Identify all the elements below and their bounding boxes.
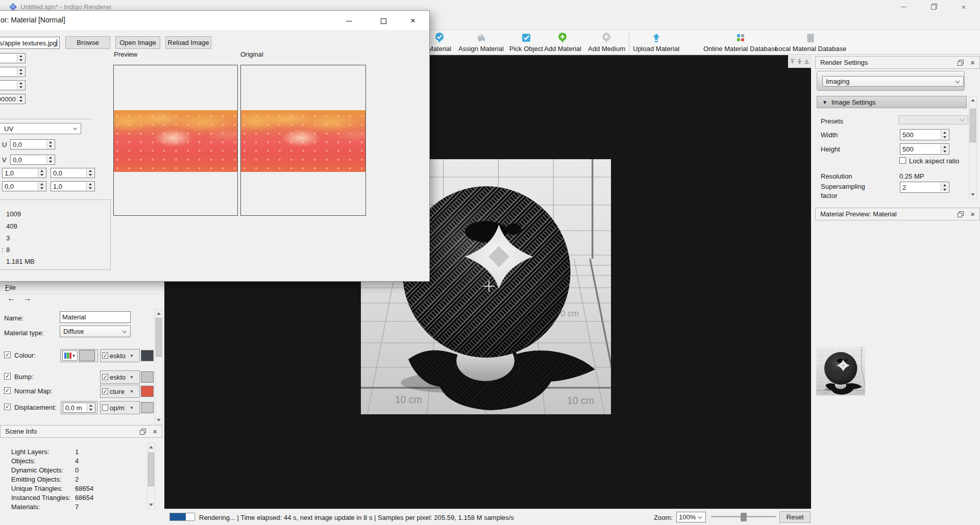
toolbar-material-button[interactable]: Material xyxy=(428,32,451,53)
bump-texture-checkbox[interactable]: ✓ xyxy=(102,374,108,380)
texture-gamma-input[interactable]: 00000 xyxy=(0,94,26,104)
matrix-00-input[interactable]: 1,0 xyxy=(2,168,46,178)
matrix-spinner[interactable] xyxy=(38,182,45,190)
zoom-select[interactable]: 100% xyxy=(676,512,706,522)
toolbar-upload-material-button[interactable]: Upload Material xyxy=(633,32,679,53)
scroll-up-icon[interactable] xyxy=(155,310,162,317)
param-spinner[interactable] xyxy=(17,95,24,103)
matrix-11-input[interactable]: 1,0 xyxy=(51,181,95,191)
u-spinner[interactable] xyxy=(46,140,54,148)
browse-button[interactable]: Browse xyxy=(65,36,110,49)
scroll-up-icon[interactable] xyxy=(148,443,155,451)
material-type-select[interactable]: Diffuse xyxy=(60,326,131,337)
dialog-close-button[interactable]: × xyxy=(403,14,423,28)
toolbar-add-material-button[interactable]: Add Material xyxy=(544,32,581,53)
scrollbar-thumb[interactable] xyxy=(156,318,162,357)
minimize-button[interactable] xyxy=(892,0,915,14)
matrix-10-input[interactable]: 0,0 xyxy=(2,181,46,191)
mapping-type-select[interactable]: UV xyxy=(0,123,81,134)
normal-map-texture-group[interactable]: ✓ cture ▼ xyxy=(100,385,140,398)
colour-picker-group[interactable]: ▼ xyxy=(60,349,98,362)
settings-category-select[interactable]: Imaging xyxy=(822,76,964,87)
colour-checkbox[interactable]: ✓ xyxy=(4,352,11,358)
matrix-spinner[interactable] xyxy=(86,182,94,190)
param-spinner[interactable] xyxy=(17,68,24,76)
colour-texture-swatch[interactable] xyxy=(141,350,154,361)
width-input[interactable]: 500 xyxy=(900,129,949,140)
displacement-value-input[interactable]: 0,0 m xyxy=(63,403,95,413)
displacement-spinner[interactable] xyxy=(87,404,94,412)
presets-select[interactable] xyxy=(898,115,968,124)
scrollbar-thumb[interactable] xyxy=(970,109,976,142)
param-spinner[interactable] xyxy=(17,54,24,62)
float-panel-icon[interactable] xyxy=(958,211,963,217)
scroll-down-icon[interactable] xyxy=(155,416,162,424)
editor-scrollbar[interactable] xyxy=(155,309,163,424)
matrix-spinner[interactable] xyxy=(38,169,45,177)
matrix-01-input[interactable]: 0,0 xyxy=(51,168,95,178)
height-input[interactable]: 500 xyxy=(900,143,949,155)
scrollbar-thumb[interactable] xyxy=(148,453,154,486)
toolbar-assign-material-button[interactable]: Assign Material xyxy=(458,32,504,53)
scroll-down-icon[interactable] xyxy=(148,501,155,509)
bump-checkbox[interactable]: ✓ xyxy=(4,373,11,380)
bump-texture-swatch[interactable] xyxy=(141,371,154,383)
image-settings-header[interactable]: ▼ Image Settings xyxy=(817,96,967,108)
float-panel-icon[interactable] xyxy=(140,429,145,434)
dock-up-icon[interactable] xyxy=(790,59,795,64)
open-image-button[interactable]: Open Image xyxy=(115,36,160,49)
toolbar-pick-object-button[interactable]: Pick Object xyxy=(509,32,543,53)
supersampling-spinner[interactable] xyxy=(941,183,948,192)
menu-file[interactable]: File xyxy=(5,284,16,291)
param-spinner[interactable] xyxy=(17,81,24,89)
dialog-maximize-button[interactable] xyxy=(373,14,394,28)
zoom-reset-button[interactable]: Reset xyxy=(779,511,811,523)
normal-map-texture-checkbox[interactable]: ✓ xyxy=(102,388,108,394)
material-name-input[interactable]: Material xyxy=(60,311,131,323)
lock-aspect-ratio-checkbox[interactable] xyxy=(899,157,906,164)
texture-param-c-input[interactable] xyxy=(0,80,26,90)
close-panel-icon[interactable]: × xyxy=(153,427,157,436)
material-icon xyxy=(434,32,445,43)
displacement-checkbox[interactable]: ✓ xyxy=(4,404,11,410)
close-panel-icon[interactable]: × xyxy=(970,210,975,218)
scene-info-scrollbar[interactable] xyxy=(147,443,155,509)
texture-param-b-input[interactable] xyxy=(0,67,26,77)
scroll-up-icon[interactable] xyxy=(969,96,976,104)
displacement-texture-swatch[interactable] xyxy=(141,402,154,413)
height-spinner[interactable] xyxy=(941,144,948,154)
toolbar-online-material-database-button[interactable]: Online Material Database xyxy=(703,32,778,53)
width-spinner[interactable] xyxy=(941,130,948,139)
history-forward-button[interactable]: → xyxy=(23,294,32,303)
history-back-button[interactable]: ← xyxy=(7,294,15,303)
normal-map-checkbox[interactable]: ✓ xyxy=(4,387,11,394)
close-button[interactable]: × xyxy=(952,0,975,14)
close-panel-icon[interactable]: × xyxy=(970,58,975,67)
displacement-texture-checkbox[interactable] xyxy=(102,405,108,411)
colour-texture-group[interactable]: ✓ eskto ▼ xyxy=(100,349,140,362)
supersampling-input[interactable]: 2 xyxy=(900,182,949,193)
reload-image-button[interactable]: Reload Image xyxy=(165,36,211,49)
texture-param-a-input[interactable] xyxy=(0,53,26,63)
bump-texture-group[interactable]: ✓ eskto ▼ xyxy=(100,370,140,384)
scroll-down-icon[interactable] xyxy=(969,191,976,198)
dialog-minimize-button[interactable] xyxy=(339,14,359,28)
zoom-slider-handle[interactable] xyxy=(741,513,747,521)
dock-down-icon[interactable] xyxy=(804,59,810,64)
colour-texture-checkbox[interactable]: ✓ xyxy=(102,353,108,359)
v-offset-input[interactable]: 0,0 xyxy=(10,155,55,165)
displacement-texture-group[interactable]: op/m ▼ xyxy=(100,401,140,414)
restore-button[interactable] xyxy=(921,0,945,14)
colour-swatch[interactable] xyxy=(79,350,95,361)
toolbar-local-material-database-button[interactable]: Local Material Database xyxy=(775,32,846,53)
matrix-spinner[interactable] xyxy=(86,169,94,177)
toolbar-add-medium-button[interactable]: Add Medium xyxy=(588,32,625,53)
render-settings-scrollbar[interactable] xyxy=(969,96,977,199)
float-panel-icon[interactable] xyxy=(958,60,963,65)
spectrum-icon[interactable]: ▼ xyxy=(62,351,78,361)
texture-path-input[interactable]: s/apple textures.jpg xyxy=(0,37,60,49)
normal-map-texture-swatch[interactable] xyxy=(141,386,154,397)
v-spinner[interactable] xyxy=(46,156,54,164)
dock-move-icon[interactable] xyxy=(797,59,802,64)
u-offset-input[interactable]: 0,0 xyxy=(10,139,55,149)
